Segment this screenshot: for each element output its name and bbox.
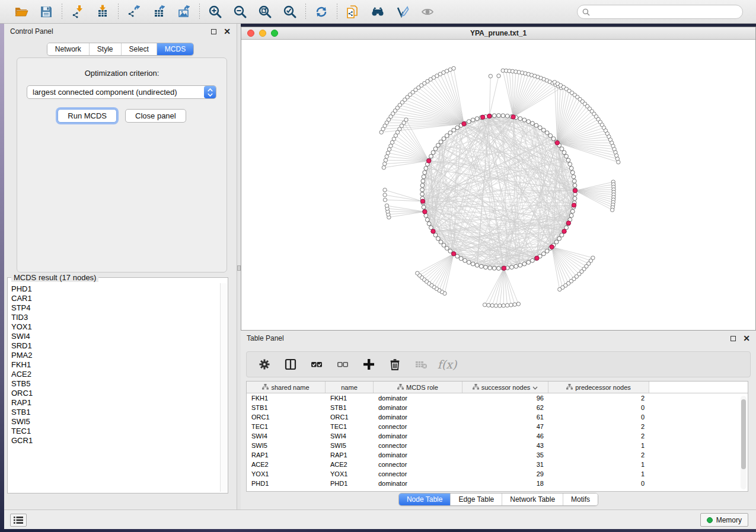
deselect-all-icon[interactable] <box>336 357 350 371</box>
mcds-result-item[interactable]: SWI4 <box>11 332 219 341</box>
network-canvas[interactable] <box>241 40 755 330</box>
tab-node-table[interactable]: Node Table <box>399 493 451 505</box>
mcds-node[interactable] <box>451 252 455 256</box>
float-icon[interactable] <box>211 29 216 34</box>
select-all-icon[interactable] <box>310 357 324 371</box>
mcds-result-item[interactable]: ACE2 <box>11 370 219 379</box>
table-row[interactable]: TEC1TEC1connector472 <box>247 422 748 431</box>
network-graph[interactable] <box>241 40 755 330</box>
mcds-node[interactable] <box>480 115 484 119</box>
delete-icon[interactable] <box>388 357 402 371</box>
close-panel-button[interactable]: Close panel <box>125 109 186 123</box>
columns-icon[interactable] <box>283 357 298 371</box>
window-minimize-button[interactable] <box>259 30 266 37</box>
mcds-result-item[interactable]: GCR1 <box>11 436 219 446</box>
column-header-predecessor-nodes[interactable]: predecessor nodes <box>548 382 649 393</box>
mcds-result-item[interactable]: STB5 <box>11 379 219 389</box>
import-table-icon[interactable] <box>95 4 110 20</box>
table-row[interactable]: STB1STB1dominator620 <box>247 403 748 412</box>
mcds-node[interactable] <box>511 115 515 119</box>
tab-network[interactable]: Network <box>47 43 89 55</box>
zoom-in-icon[interactable] <box>208 4 223 20</box>
mcds-node[interactable] <box>502 266 506 270</box>
mcds-result-item[interactable]: STB1 <box>11 408 219 417</box>
graphics-details-icon[interactable] <box>395 4 410 20</box>
mcds-result-scrollbar[interactable] <box>220 283 227 492</box>
table-scrollbar[interactable] <box>741 396 747 489</box>
table-row[interactable]: FKH1FKH1dominator962 <box>247 393 748 403</box>
column-header-MCDS-role[interactable]: MCDS role <box>374 382 462 393</box>
mcds-result-item[interactable]: TID3 <box>11 313 219 322</box>
export-table-icon[interactable] <box>151 4 167 20</box>
eye-icon[interactable] <box>420 4 435 20</box>
table-row[interactable]: RAP1RAP1dominator352 <box>247 450 748 460</box>
table-scrollbar-thumb[interactable] <box>741 399 746 469</box>
mcds-result-item[interactable]: CAR1 <box>11 294 219 303</box>
tab-edge-table[interactable]: Edge Table <box>450 493 502 505</box>
gear-icon[interactable] <box>257 357 272 371</box>
tab-select[interactable]: Select <box>121 43 157 55</box>
mcds-node[interactable] <box>462 121 466 126</box>
mcds-node[interactable] <box>535 256 539 260</box>
tab-style[interactable]: Style <box>89 43 121 55</box>
mcds-node[interactable] <box>573 188 577 193</box>
close-icon[interactable]: ✕ <box>224 27 231 36</box>
float-icon[interactable] <box>731 336 736 341</box>
close-icon[interactable]: ✕ <box>743 334 750 342</box>
mcds-node[interactable] <box>423 210 427 214</box>
mcds-result-item[interactable]: PMA2 <box>11 351 219 360</box>
tab-mcds[interactable]: MCDS <box>157 43 193 55</box>
tab-motifs[interactable]: Motifs <box>563 493 598 505</box>
column-header-successor-nodes[interactable]: successor nodes <box>462 382 548 393</box>
task-history-button[interactable] <box>10 514 27 527</box>
mcds-node[interactable] <box>426 159 430 163</box>
export-network-icon[interactable] <box>126 4 142 20</box>
add-icon[interactable] <box>362 357 376 371</box>
mcds-result-item[interactable]: STP4 <box>11 303 219 313</box>
refresh-icon[interactable] <box>314 4 329 20</box>
mcds-result-item[interactable]: YOX1 <box>11 322 219 332</box>
table-row[interactable]: SWI4SWI4dominator462 <box>247 431 748 441</box>
share-document-icon[interactable] <box>345 4 361 20</box>
mcds-node[interactable] <box>566 221 570 225</box>
window-zoom-button[interactable] <box>271 30 278 37</box>
mcds-node[interactable] <box>555 140 559 145</box>
mcds-result-item[interactable]: RAP1 <box>11 398 219 408</box>
tab-network-table[interactable]: Network Table <box>502 493 563 505</box>
memory-button[interactable]: Memory <box>700 513 748 527</box>
mcds-node[interactable] <box>562 229 566 233</box>
column-header-shared-name[interactable]: shared name <box>247 382 326 393</box>
mcds-result-list[interactable]: PHD1CAR1STP4TID3YOX1SWI4SRD1PMA2FKH1ACE2… <box>9 283 219 492</box>
mcds-node[interactable] <box>487 114 492 118</box>
table-row[interactable]: ORC1ORC1dominator610 <box>247 412 748 422</box>
table-row[interactable]: PHD1PHD1dominator180 <box>247 479 748 488</box>
mcds-result-item[interactable]: SRD1 <box>11 341 219 351</box>
search-input[interactable] <box>593 8 738 16</box>
open-folder-icon[interactable] <box>14 4 29 20</box>
table-row[interactable]: SWI5SWI5connector431 <box>247 441 748 450</box>
chevron-updown-icon <box>204 86 216 98</box>
table-row[interactable]: YOX1YOX1connector291 <box>247 469 748 479</box>
mcds-result-item[interactable]: FKH1 <box>11 360 219 370</box>
export-image-icon[interactable] <box>176 4 192 20</box>
mcds-node[interactable] <box>420 199 425 203</box>
zoom-out-icon[interactable] <box>232 4 248 20</box>
zoom-selected-icon[interactable] <box>282 4 298 20</box>
mcds-result-item[interactable]: PHD1 <box>11 284 219 294</box>
save-icon[interactable] <box>39 4 54 20</box>
mcds-result-item[interactable]: SWI5 <box>11 417 219 427</box>
binoculars-icon[interactable] <box>370 4 385 20</box>
optimization-criterion-select[interactable]: largest connected component (undirected) <box>27 85 216 99</box>
window-close-button[interactable] <box>247 30 254 37</box>
table-row[interactable]: ACE2ACE2connector311 <box>247 460 748 469</box>
search-box[interactable] <box>577 5 743 19</box>
mcds-node[interactable] <box>572 203 576 207</box>
zoom-fit-icon[interactable] <box>257 4 273 20</box>
mcds-result-item[interactable]: ORC1 <box>11 389 219 398</box>
mcds-node[interactable] <box>431 229 435 233</box>
import-network-icon[interactable] <box>70 4 85 20</box>
mcds-node[interactable] <box>550 245 554 249</box>
column-header-name[interactable]: name <box>326 382 374 393</box>
run-mcds-button[interactable]: Run MCDS <box>58 109 117 123</box>
mcds-result-item[interactable]: TEC1 <box>11 427 219 436</box>
